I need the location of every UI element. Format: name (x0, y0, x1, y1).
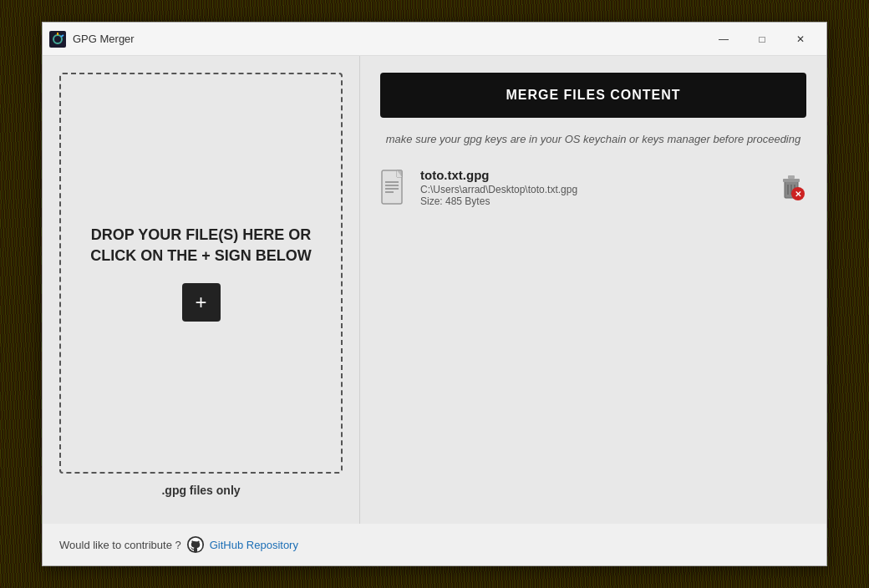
left-panel: DROP YOUR FILE(S) HERE OR CLICK ON THE +… (43, 56, 360, 524)
keychain-note: make sure your gpg keys are in your OS k… (380, 131, 806, 148)
file-item: toto.txt.gpg C:\Users\arrad\Desktop\toto… (380, 168, 806, 207)
window-title: GPG Merger (73, 33, 698, 45)
window-controls: — □ ✕ (704, 27, 820, 52)
github-link[interactable]: GitHub Repository (210, 539, 298, 551)
delete-file-button[interactable]: ✕ (776, 172, 806, 202)
add-file-button[interactable]: + (182, 283, 221, 322)
github-icon (186, 535, 205, 554)
file-path: C:\Users\arrad\Desktop\toto.txt.gpg (420, 184, 766, 195)
gpg-note: .gpg files only (161, 474, 240, 507)
file-info: toto.txt.gpg C:\Users\arrad\Desktop\toto… (420, 168, 766, 207)
maximize-button[interactable]: □ (743, 27, 781, 52)
close-button[interactable]: ✕ (781, 27, 820, 52)
file-size: Size: 485 Bytes (420, 195, 766, 207)
minimize-button[interactable]: — (704, 27, 743, 52)
file-name: toto.txt.gpg (420, 168, 766, 182)
drop-zone-text: DROP YOUR FILE(S) HERE OR CLICK ON THE +… (78, 225, 324, 266)
titlebar: GPG Merger — □ ✕ (43, 23, 826, 56)
right-panel: MERGE FILES CONTENT make sure your gpg k… (360, 56, 826, 524)
main-content: DROP YOUR FILE(S) HERE OR CLICK ON THE +… (43, 56, 826, 524)
svg-rect-12 (783, 179, 800, 182)
delete-badge: ✕ (791, 187, 805, 200)
svg-rect-13 (788, 175, 795, 179)
drop-zone[interactable]: DROP YOUR FILE(S) HERE OR CLICK ON THE +… (59, 73, 343, 474)
contribute-text: Would like to contribute ? (59, 539, 181, 551)
file-icon (380, 169, 410, 205)
file-list: toto.txt.gpg C:\Users\arrad\Desktop\toto… (380, 168, 806, 207)
merge-button[interactable]: MERGE FILES CONTENT (380, 73, 806, 118)
app-icon (49, 31, 66, 48)
app-window: GPG Merger — □ ✕ DROP YOUR FILE(S) HERE … (42, 22, 827, 566)
footer: Would like to contribute ? GitHub Reposi… (43, 524, 826, 565)
